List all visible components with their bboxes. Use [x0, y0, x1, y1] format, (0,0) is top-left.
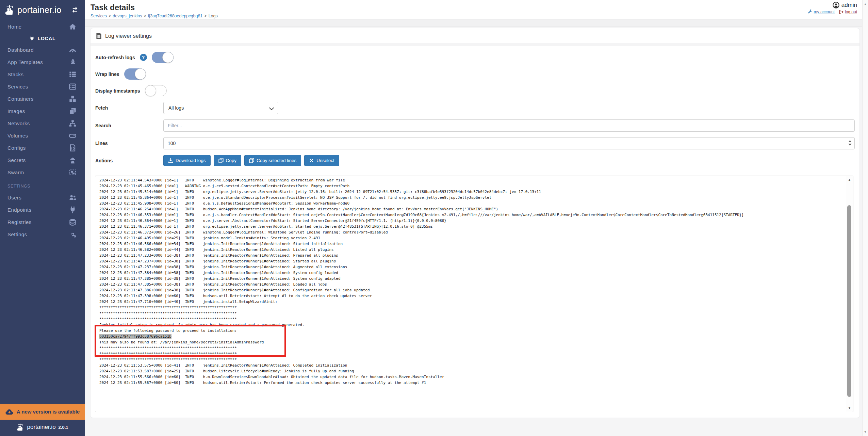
log-line[interactable]: 2024-12-23 02:11:45.864+0000 [id=1] INFO… — [99, 195, 846, 200]
log-line[interactable]: This may also be found at: /var/jenkins_… — [99, 339, 846, 345]
log-line[interactable]: 2024-12-23 02:11:47.398+0000 [id=60] INF… — [99, 293, 846, 299]
log-out-link[interactable]: log out — [839, 10, 857, 14]
sidebar-item-label: Networks — [7, 120, 30, 126]
log-line[interactable]: 2024-12-23 02:11:53.575+0000 [id=41] INF… — [99, 362, 846, 368]
log-viewer[interactable]: 2024-12-23 02:11:44.543+0000 [id=1] INFO… — [95, 176, 853, 412]
search-row: Search — [95, 119, 855, 132]
log-line[interactable]: 2024-12-23 02:11:47.384+0000 [id=38] INF… — [99, 270, 846, 276]
log-line[interactable]: 2024-12-23 02:11:46.364+0000 [id=1] INFO… — [99, 218, 846, 224]
log-line[interactable]: 2024-12-23 02:11:46.371+0000 [id=1] INFO… — [99, 224, 846, 229]
sidebar-item-app-templates[interactable]: App Templates — [0, 56, 85, 68]
toggle-knob[interactable] — [135, 68, 146, 80]
stepper-up-icon[interactable] — [848, 140, 852, 142]
log-line[interactable]: ****************************************… — [99, 310, 846, 316]
sidebar-item-users[interactable]: Users — [0, 191, 85, 204]
log-line[interactable]: ****************************************… — [99, 357, 846, 362]
log-line[interactable]: 2024-12-23 02:11:47.386+0000 [id=38] INF… — [99, 287, 846, 293]
log-line[interactable]: 2024-12-23 02:11:46.495+0000 [id=25] INF… — [99, 235, 846, 241]
toggle-switch[interactable] — [152, 52, 174, 63]
page-scroll-down-icon[interactable]: ▼ — [863, 429, 868, 435]
breadcrumb-item[interactable]: devops_jenkins — [113, 14, 142, 18]
toggle-switch[interactable] — [145, 85, 167, 96]
hdd-icon — [69, 132, 76, 139]
user-menu[interactable]: admin — [808, 2, 857, 9]
initial-admin-password[interactable]: b03150ca727947ff993c58769bca151b — [99, 334, 171, 339]
sidebar-item-dashboard[interactable]: Dashboard — [0, 44, 85, 56]
log-line[interactable]: 2024-12-23 02:11:46.254+0000 [id=1] INFO… — [99, 206, 846, 212]
sidebar-item-settings[interactable]: Settings — [0, 228, 85, 240]
search-input[interactable] — [163, 119, 855, 132]
toggle-switch[interactable] — [124, 68, 146, 80]
log-line[interactable]: ****************************************… — [99, 351, 846, 357]
copy-selected-lines-button[interactable]: Copy selected lines — [244, 155, 301, 166]
chevron-down-icon — [269, 106, 274, 110]
toggle-knob[interactable] — [162, 52, 174, 63]
page-scrollbar[interactable]: ▲ ▼ — [862, 0, 868, 436]
th-list-icon — [69, 71, 76, 78]
scroll-up-icon[interactable]: ▲ — [846, 177, 853, 182]
exchange-icon[interactable] — [71, 6, 79, 13]
sidebar-item-label: Swarm — [7, 169, 24, 175]
log-line[interactable]: 2024-12-23 02:11:47.237+0000 [id=38] INF… — [99, 258, 846, 264]
download-logs-button[interactable]: Download logs — [163, 155, 211, 166]
my-account-link[interactable]: my account — [808, 10, 835, 14]
help-icon[interactable]: ? — [140, 54, 147, 61]
sidebar-item-endpoints[interactable]: Endpoints — [0, 204, 85, 216]
log-line[interactable]: 2024-12-23 02:11:45.908+0000 [id=1] INFO… — [99, 200, 846, 206]
log-line[interactable]: ****************************************… — [99, 345, 846, 351]
log-line[interactable]: 2024-12-23 02:11:47.237+0000 [id=38] INF… — [99, 264, 846, 270]
number-stepper[interactable] — [848, 140, 852, 146]
log-line[interactable]: 2024-12-23 02:11:46.372+0000 [id=26] INF… — [99, 229, 846, 235]
log-line[interactable]: 2024-12-23 02:11:45.514+0000 [id=1] INFO… — [99, 189, 846, 195]
breadcrumb-item[interactable]: Services — [91, 14, 107, 18]
sidebar-item-registries[interactable]: Registries — [0, 216, 85, 228]
breadcrumb-item[interactable]: fj3aq7cudl268oedeppcgbq81 — [148, 14, 203, 18]
sidebar-item-services[interactable]: Services — [0, 80, 85, 93]
main-content: Task details Services>devops_jenkins>fj3… — [85, 0, 863, 436]
actions-label: Actions — [95, 158, 163, 163]
log-line[interactable]: ****************************************… — [99, 305, 846, 310]
unselect-button[interactable]: Unselect — [304, 155, 339, 166]
sidebar-item-configs[interactable]: Configs — [0, 142, 85, 154]
sidebar-item-volumes[interactable]: Volumes — [0, 129, 85, 142]
log-line[interactable]: 2024-12-23 02:11:53.587+0000 [id=25] INF… — [99, 368, 846, 374]
log-line[interactable]: 2024-12-23 02:11:55.566+0000 [id=60] INF… — [99, 374, 846, 380]
log-line[interactable]: 2024-12-23 02:11:46.582+0000 [id=44] INF… — [99, 247, 846, 253]
log-line[interactable]: Please use the following password to pro… — [99, 328, 846, 334]
update-banner[interactable]: A new version is available — [0, 404, 85, 420]
log-line[interactable]: 2024-12-23 02:11:46.353+0000 [id=1] INFO… — [99, 212, 846, 218]
log-line[interactable]: 2024-12-23 02:11:46.566+0000 [id=34] INF… — [99, 241, 846, 247]
rocket-icon — [69, 59, 76, 66]
log-line[interactable]: 2024-12-23 02:11:47.385+0000 [id=38] INF… — [99, 276, 846, 281]
sidebar-item-images[interactable]: Images — [0, 105, 85, 117]
log-line[interactable]: ****************************************… — [99, 316, 846, 322]
fetch-select[interactable]: All logs — [163, 102, 278, 114]
log-line[interactable]: 2024-12-23 02:11:47.233+0000 [id=38] INF… — [99, 253, 846, 258]
log-scrollbar[interactable]: ▲ ▼ — [846, 176, 853, 411]
sidebar-item-containers[interactable]: Containers — [0, 93, 85, 105]
scroll-down-icon[interactable]: ▼ — [846, 405, 853, 411]
copy-button[interactable]: Copy — [214, 155, 242, 166]
log-line[interactable]: b03150ca727947ff993c58769bca151b — [99, 334, 846, 339]
log-line[interactable]: 2024-12-23 02:11:47.385+0000 [id=38] INF… — [99, 281, 846, 287]
log-line[interactable]: Jenkins initial setup is required. An ad… — [99, 322, 846, 328]
endpoint-local[interactable]: LOCAL — [0, 33, 85, 44]
lines-input[interactable] — [163, 137, 855, 149]
log-content[interactable]: 2024-12-23 02:11:44.543+0000 [id=1] INFO… — [95, 176, 846, 412]
log-out-label: log out — [845, 10, 857, 14]
sidebar-item-swarm[interactable]: Swarm — [0, 166, 85, 178]
sidebar-item-stacks[interactable]: Stacks — [0, 68, 85, 80]
sidebar-item-home[interactable]: Home — [0, 20, 85, 33]
log-line[interactable]: 2024-12-23 02:11:45.465+0000 [id=1] WARN… — [99, 183, 846, 189]
breadcrumb-separator: > — [109, 14, 111, 18]
log-line[interactable]: 2024-12-23 02:11:55.567+0000 [id=60] INF… — [99, 380, 846, 386]
log-scrollbar-thumb[interactable] — [847, 205, 851, 397]
log-line[interactable]: 2024-12-23 02:11:44.543+0000 [id=1] INFO… — [99, 177, 846, 183]
sidebar-item-secrets[interactable]: Secrets — [0, 154, 85, 166]
toggle-knob[interactable] — [145, 85, 156, 96]
stepper-down-icon[interactable] — [848, 144, 852, 146]
log-line[interactable]: 2024-12-23 02:11:47.710+0000 [id=40] INF… — [99, 299, 846, 305]
widget-title: Log viewer settings — [105, 33, 152, 39]
sidebar-item-networks[interactable]: Networks — [0, 117, 85, 129]
page-scroll-up-icon[interactable]: ▲ — [863, 1, 868, 7]
